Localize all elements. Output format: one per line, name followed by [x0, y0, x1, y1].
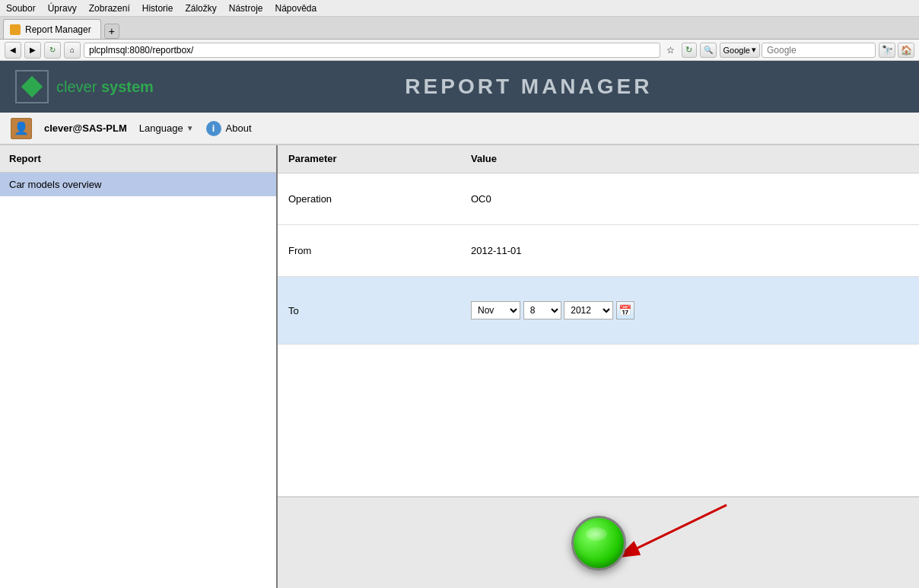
menu-nastroje[interactable]: Nástroje [229, 3, 263, 14]
logo-area: clever system [15, 70, 154, 103]
browser-tab-bar: Report Manager + [0, 17, 919, 40]
tool-binoculars[interactable]: 🔭 [879, 43, 895, 58]
report-item-label: Car models overview [9, 179, 101, 190]
menu-soubor[interactable]: Soubor [6, 3, 36, 14]
report-column-header: Report [9, 153, 41, 164]
nav-forward-button[interactable]: ▶ [24, 42, 41, 59]
tab-label: Report Manager [25, 24, 91, 35]
logo-normal: clever [56, 78, 101, 95]
app-toolbar: 👤 clever@SAS-PLM Language ▼ i About [0, 113, 919, 145]
nav-home-button[interactable]: ⌂ [64, 42, 81, 59]
search-provider-button[interactable]: Google ▾ [720, 43, 760, 58]
main-content: Report Car models overview Parameter Val… [0, 145, 919, 588]
date-day-select[interactable]: 8 1234 5679 101112 [523, 301, 561, 319]
toolbar-username: clever@SAS-PLM [44, 122, 127, 134]
app-title: REPORT MANAGER [154, 75, 904, 99]
menu-napoveda[interactable]: Nápověda [275, 3, 316, 14]
nav-back-button[interactable]: ◀ [5, 42, 21, 59]
tab-favicon [10, 24, 21, 35]
refresh-icon[interactable]: ↻ [682, 43, 697, 58]
left-panel-header: Report [0, 145, 276, 173]
nav-reload-button[interactable]: ↻ [44, 42, 61, 59]
language-dropdown-arrow: ▼ [186, 124, 194, 132]
search-provider-label: Google [723, 46, 750, 55]
left-panel: Report Car models overview [0, 145, 278, 588]
address-input[interactable] [84, 43, 660, 58]
about-button[interactable]: i About [206, 121, 252, 136]
search-input[interactable] [762, 43, 876, 58]
run-button[interactable] [571, 516, 626, 571]
empty-row [278, 345, 919, 497]
params-table: Parameter Value Operation OC0 From 2012-… [278, 145, 919, 497]
param-to: To [278, 277, 460, 345]
address-star-icon: ☆ [663, 43, 679, 58]
value-col-header: Value [460, 145, 919, 173]
value-operation: OC0 [460, 173, 919, 224]
date-month-select[interactable]: Nov JanFebMar AprMayJun JulAugSep OctDec [471, 301, 520, 319]
calendar-icon[interactable]: 📅 [616, 301, 634, 319]
browser-tab[interactable]: Report Manager [3, 19, 101, 39]
tool-home[interactable]: 🏠 [898, 43, 914, 58]
report-item[interactable]: Car models overview [0, 173, 276, 196]
menu-zalozky[interactable]: Záložky [185, 3, 216, 14]
tab-add-button[interactable]: + [104, 24, 119, 39]
search-provider-arrow: ▾ [752, 45, 756, 55]
logo-text: clever system [56, 78, 154, 96]
menu-upravy[interactable]: Úpravy [48, 3, 77, 14]
language-label: Language [139, 122, 183, 134]
param-from: From [278, 224, 460, 276]
logo-accent: system [101, 78, 154, 95]
param-col-header: Parameter [278, 145, 460, 173]
svg-line-1 [617, 505, 727, 558]
about-label: About [226, 122, 252, 134]
date-year-select[interactable]: 2012 20102011 20132014 [564, 301, 613, 319]
table-row-to: To Nov JanFebMar AprMayJun JulAugSep Oct… [278, 277, 919, 345]
value-from: 2012-11-01 [460, 224, 919, 276]
app-header: clever system REPORT MANAGER [0, 61, 919, 113]
param-operation: Operation [278, 173, 460, 224]
browser-address-bar: ◀ ▶ ↻ ⌂ ☆ ↻ 🔍 Google ▾ 🔭 🏠 [0, 40, 919, 61]
logo-box [15, 70, 49, 103]
language-selector[interactable]: Language ▼ [139, 122, 194, 134]
browser-menu-bar: Soubor Úpravy Zobrazení Historie Záložky… [0, 0, 919, 17]
menu-historie[interactable]: Historie [142, 3, 173, 14]
bottom-area [278, 497, 919, 588]
table-row: Operation OC0 [278, 173, 919, 224]
menu-zobrazeni[interactable]: Zobrazení [89, 3, 130, 14]
user-icon: 👤 [11, 118, 32, 139]
search-provider-icon[interactable]: 🔍 [700, 43, 717, 58]
logo-diamond [21, 76, 43, 97]
search-bar: Google ▾ [720, 43, 876, 58]
table-row: From 2012-11-01 [278, 224, 919, 276]
right-panel: Parameter Value Operation OC0 From 2012-… [278, 145, 919, 588]
browser-tools: 🔭 🏠 [879, 43, 914, 58]
info-icon: i [206, 121, 221, 136]
value-to: Nov JanFebMar AprMayJun JulAugSep OctDec… [460, 277, 919, 345]
